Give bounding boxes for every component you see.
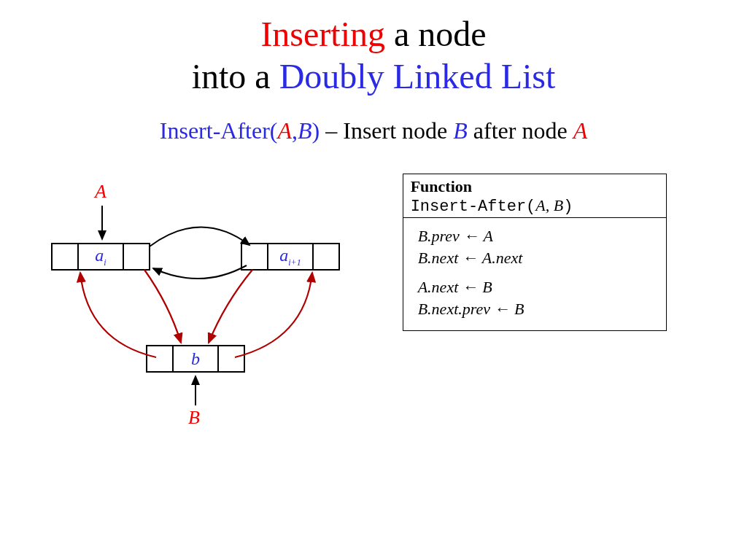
operation-signature: Insert-After(A,B) – Insert node B after …: [0, 117, 747, 144]
diagram-area: A ai ai+1: [0, 174, 374, 465]
sig-desc1: – Insert node: [320, 117, 453, 144]
cell-next: [219, 346, 244, 371]
sig-descB: B: [453, 117, 468, 144]
sig-B: B: [298, 117, 312, 144]
pointer-arrows-icon: [0, 174, 374, 465]
sig-close: ): [312, 117, 320, 144]
sig-descA: A: [573, 117, 588, 144]
arrow-A-down-icon: [0, 174, 374, 465]
function-keyword: Function: [411, 177, 472, 195]
code-line-2: B.next ← A.next: [418, 249, 659, 268]
sig-A: A: [277, 117, 292, 144]
code-arg-sep: ,: [546, 196, 554, 214]
label-B: B: [188, 407, 200, 429]
title-word-anode: a node: [385, 15, 487, 53]
cell-value-b: b: [174, 346, 219, 371]
code-close: ): [563, 198, 573, 216]
node-ai1: ai+1: [241, 243, 340, 271]
code-line-1: B.prev ← A: [418, 227, 659, 246]
cell-value-ai1: ai+1: [268, 244, 314, 269]
cell-value-ai: ai: [79, 244, 124, 269]
code-line-3: A.next ← B: [418, 278, 659, 297]
pseudocode-box: Function Insert-After(A, B) B.prev ← A B…: [403, 174, 667, 331]
label-A: A: [95, 181, 107, 203]
cell-next: [314, 244, 338, 269]
pseudocode-body: B.prev ← A B.next ← A.next A.next ← B B.…: [403, 218, 666, 330]
node-ai: ai: [51, 243, 150, 271]
function-name: Insert-After(: [411, 198, 536, 216]
sig-desc2: after node: [468, 117, 573, 144]
slide-title: Inserting a node into a Doubly Linked Li…: [0, 0, 747, 97]
pseudocode-header: Function Insert-After(A, B): [403, 174, 666, 218]
code-arg-B: B: [554, 196, 563, 214]
cell-prev: [53, 244, 79, 269]
code-arg-A: A: [535, 196, 545, 214]
code-line-4: B.next.prev ← B: [418, 300, 659, 319]
cell-next: [124, 244, 149, 269]
sig-comma: ,: [292, 117, 298, 144]
cell-prev: [242, 244, 268, 269]
title-word-insert: Inserting: [260, 15, 385, 53]
cell-prev: [147, 346, 174, 371]
title-word-dll: Doubly Linked List: [279, 57, 556, 96]
node-b: b: [146, 345, 245, 373]
title-word-into: into a: [192, 57, 279, 96]
sig-call: Insert-After(: [160, 117, 278, 144]
